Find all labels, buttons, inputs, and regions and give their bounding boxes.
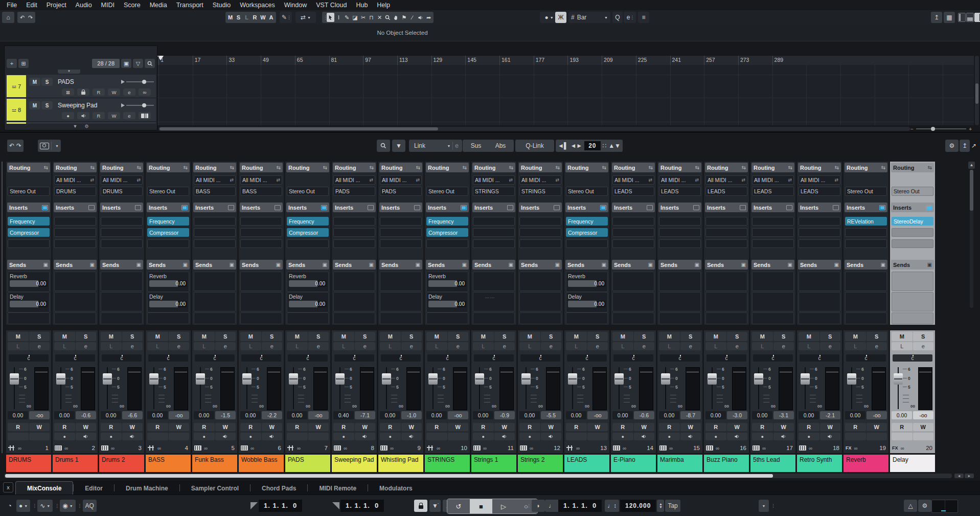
monitor-button[interactable] [355,433,376,440]
monitor-button[interactable] [262,433,283,440]
insert-slot[interactable] [659,217,701,226]
tab-chord-pads[interactable]: Chord Pads [250,482,307,495]
send-level-bar[interactable]: 0.00 [149,280,187,287]
listen-button[interactable]: L [426,342,447,350]
track-solo-button[interactable]: S [41,101,53,109]
routing-rack-header[interactable]: Routing⇆ [472,163,515,172]
sends-rack-header[interactable]: Sends▣ [612,260,655,270]
lock-icon[interactable] [77,88,89,96]
tab-modulators[interactable]: Modulators [368,482,424,495]
send-slot-empty[interactable] [892,312,933,324]
read-automation-button[interactable]: R [612,423,633,431]
fader-rail[interactable] [289,367,298,409]
meter-value[interactable]: -oo [867,411,887,419]
send-slot-empty[interactable] [101,272,143,291]
record-enable-button[interactable] [566,433,587,440]
inserts-rack-header[interactable]: Inserts [426,203,469,212]
project-vertical-scrollbar[interactable] [975,56,979,125]
monitor-button[interactable] [587,433,608,440]
inserts-rack-header[interactable]: Inserts [612,203,655,212]
send-slot-empty[interactable] [892,272,933,291]
mute-button[interactable]: M [519,332,540,341]
output-routing-slot[interactable]: PADS [333,187,375,196]
send-level-bar[interactable]: 0.00 [568,301,606,307]
insert-slot[interactable] [380,217,422,226]
pan-control[interactable]: c [241,354,281,362]
inserts-rack-header[interactable]: Inserts [54,203,97,212]
global-w-button[interactable]: W [259,13,267,22]
monitor-button[interactable] [494,433,515,440]
zoom-palette-icon[interactable]: ∷ [603,142,607,149]
listen-button[interactable]: L [519,342,540,350]
listen-button[interactable]: L [147,342,168,350]
listen-button[interactable]: L [659,342,680,350]
monitor-button[interactable] [448,433,469,440]
routing-rack-header[interactable]: Routing⇆ [426,163,469,172]
send-slot-empty[interactable] [287,312,329,324]
tab-drum-machine[interactable]: Drum Machine [115,482,179,495]
edit-channel-button[interactable]: e [76,342,97,350]
send-slot-empty[interactable] [519,272,561,291]
channel-name[interactable]: Marimba [657,455,702,472]
iterative-quantize-button[interactable]: e⋮ [624,12,636,23]
channel-name[interactable]: PADS [285,455,330,472]
listen-button[interactable]: L [54,342,75,350]
project-horizontal-scrollbar[interactable] [158,127,910,131]
midi-keyboard-icon[interactable] [139,112,151,119]
fader-rail[interactable] [661,367,670,409]
record-enable-button[interactable] [426,433,447,440]
grid-type-dropdown[interactable]: # Bar ▼ [568,12,610,23]
open-mixconsole-window-button[interactable]: ↗ [970,140,978,152]
send-slot-empty[interactable] [473,312,515,324]
sends-rack-header[interactable]: Sends▣ [658,260,701,270]
edit-channel-button[interactable]: e [727,342,748,350]
solo-button[interactable]: S [122,332,143,341]
send-slot-empty[interactable] [612,292,654,311]
inserts-bypass-icon[interactable] [461,205,467,210]
channel-name[interactable]: E-Piano [611,455,656,472]
send-level-bar[interactable]: 0.00 [149,301,187,307]
write-automation-button[interactable]: W [680,423,701,431]
fader-rail[interactable] [521,367,531,409]
abs-button[interactable]: Abs [489,142,512,149]
send-slot[interactable]: Reverb0.00 [566,272,608,292]
tab-editor[interactable]: Editor [74,482,114,495]
write-automation-button[interactable]: W [308,423,329,431]
snapshot-icon[interactable] [40,143,49,149]
listen-button[interactable]: L [612,342,633,350]
play-button[interactable]: ▷ [492,499,515,513]
mute-button[interactable]: M [240,332,261,341]
fader-handle[interactable] [521,373,531,385]
solo-button[interactable]: S [541,332,562,341]
tab-mixconsole[interactable]: MixConsole [15,481,73,495]
timeline-ruler[interactable]: 1173349658197113129145161177193209225241… [157,56,974,65]
pan-control[interactable]: c [55,354,95,362]
edit-channel-button[interactable]: e [401,342,422,350]
rack-vertical-scrollbar[interactable]: ▲ [968,162,975,315]
input-routing-slot[interactable]: All MIDI ...⇄ [380,175,422,185]
send-slot[interactable]: Delay0.00 [147,292,189,312]
snapshot-dropdown[interactable]: ▼ [55,144,59,148]
sends-rack-header[interactable]: Sends▣ [286,260,329,270]
inserts-rack-header[interactable]: Inserts [193,203,236,212]
midi-record-mode-dropdown[interactable]: ◉▼ [60,500,75,512]
fader-handle[interactable] [475,373,484,385]
send-slot-empty[interactable] [194,292,236,311]
audio-record-mode-dropdown[interactable]: ∿▼ [37,500,53,512]
undo-button[interactable]: ↶ [18,13,26,22]
read-automation-button[interactable]: R [101,423,122,431]
fader-rail[interactable] [242,367,252,409]
insert-slot[interactable] [54,217,96,226]
read-automation-button[interactable]: R [333,423,354,431]
solo-button[interactable]: S [820,332,841,341]
output-routing-slot[interactable]: DRUMS [101,187,143,196]
routing-rack-header[interactable]: Routing⇆ [519,163,562,172]
record-enable-button[interactable] [8,433,29,440]
pre-roll-button[interactable]: ◗ [532,500,545,512]
insert-slot[interactable] [799,228,840,237]
listen-button[interactable]: L [752,342,773,350]
insert-slot[interactable] [612,228,654,237]
write-automation-button[interactable]: W [355,423,376,431]
fader-rail[interactable] [56,367,65,409]
sends-rack-header[interactable]: Sends▣ [7,260,50,270]
